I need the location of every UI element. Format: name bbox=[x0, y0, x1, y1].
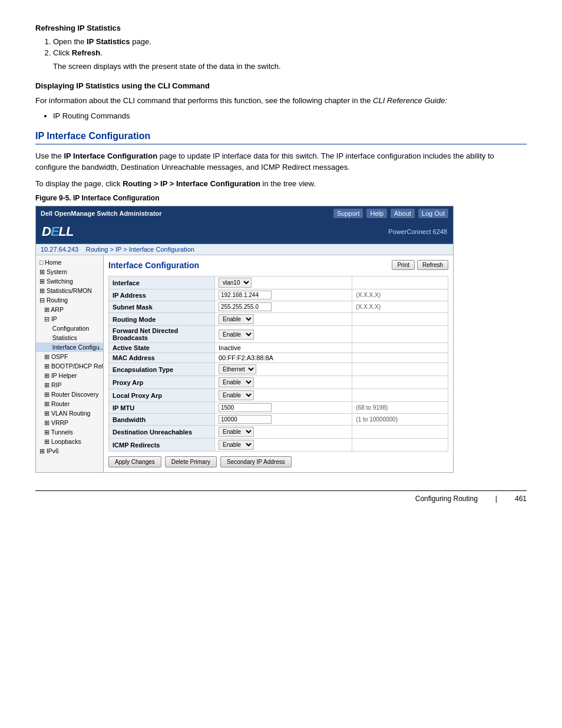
secondary-ip-button[interactable]: Secondary IP Address bbox=[220, 456, 292, 467]
bandwidth-input[interactable] bbox=[219, 415, 272, 424]
step-1: Open the IP Statistics page. bbox=[53, 37, 527, 46]
section1-note: The screen displays with the present sta… bbox=[53, 62, 527, 71]
dest-unreachables-select[interactable]: Enable Disable bbox=[219, 427, 254, 437]
sidebar-item-arp[interactable]: ⊞ ARP bbox=[36, 305, 103, 314]
field-interface: Interface vlan10 bbox=[109, 276, 448, 289]
footer-section: Configuring Routing bbox=[415, 495, 478, 503]
sidebar-item-bootp[interactable]: ⊞ BOOTP/DHCP Rela... bbox=[36, 361, 103, 371]
sidebar-item-vlan-routing[interactable]: ⊞ VLAN Routing bbox=[36, 409, 103, 418]
page-number: 461 bbox=[515, 495, 527, 503]
icmp-redirects-select[interactable]: Enable Disable bbox=[219, 440, 254, 450]
apply-changes-button[interactable]: Apply Changes bbox=[108, 456, 161, 467]
page-footer: Configuring Routing | 461 bbox=[35, 490, 527, 503]
footer-separator: | bbox=[495, 495, 497, 503]
value-dest-unreachables[interactable]: Enable Disable bbox=[215, 426, 352, 439]
sidebar-item-statistics[interactable]: Statistics bbox=[36, 333, 103, 342]
sidebar[interactable]: □ Home ⊞ System ⊞ Switching ⊞ Statistics… bbox=[36, 255, 104, 472]
extra-icmp-redirects bbox=[352, 439, 448, 452]
value-active-state: Inactive bbox=[215, 343, 352, 353]
logout-link[interactable]: Log Out bbox=[418, 209, 448, 218]
sidebar-item-routing[interactable]: ⊟ Routing bbox=[36, 295, 103, 305]
value-bandwidth[interactable] bbox=[215, 414, 352, 426]
sidebar-item-router[interactable]: ⊞ Router bbox=[36, 399, 103, 409]
value-interface[interactable]: vlan10 bbox=[215, 276, 352, 289]
value-ip-mtu[interactable] bbox=[215, 402, 352, 414]
sidebar-item-rip[interactable]: ⊞ RIP bbox=[36, 380, 103, 390]
sidebar-item-switching[interactable]: ⊞ Switching bbox=[36, 276, 103, 286]
value-routing-mode[interactable]: Enable Disable bbox=[215, 313, 352, 326]
section2-bullets: IP Routing Commands bbox=[53, 111, 527, 120]
about-link[interactable]: About bbox=[391, 209, 415, 218]
forward-broadcasts-select[interactable]: Enable Disable bbox=[219, 330, 254, 340]
product-name: PowerConnect 6248 bbox=[388, 228, 447, 235]
extra-subnet-mask: (X.X.X.X) bbox=[352, 301, 448, 313]
extra-mac-address bbox=[352, 353, 448, 363]
brand-bar: DELL PowerConnect 6248 bbox=[36, 220, 453, 244]
sidebar-item-tunnels[interactable]: ⊞ Tunnels bbox=[36, 427, 103, 437]
sidebar-item-stats[interactable]: ⊞ Statistics/RMON bbox=[36, 286, 103, 295]
sidebar-item-router-discovery[interactable]: ⊞ Router Discovery bbox=[36, 390, 103, 399]
extra-routing-mode bbox=[352, 313, 448, 326]
extra-ip-address: (X.X.X.X) bbox=[352, 289, 448, 301]
section3-title: IP Interface Configuration bbox=[35, 131, 527, 144]
value-local-proxy-arp[interactable]: Enable Disable bbox=[215, 389, 352, 402]
value-subnet-mask[interactable] bbox=[215, 301, 352, 313]
label-local-proxy-arp: Local Proxy Arp bbox=[109, 389, 215, 402]
ip-mtu-input[interactable] bbox=[219, 403, 272, 412]
sidebar-item-loopbacks[interactable]: ⊞ Loopbacks bbox=[36, 437, 103, 446]
value-forward-broadcasts[interactable]: Enable Disable bbox=[215, 326, 352, 343]
label-routing-mode: Routing Mode bbox=[109, 313, 215, 326]
section1-steps: Open the IP Statistics page. Click Refre… bbox=[53, 37, 527, 57]
value-encapsulation[interactable]: Ethernet bbox=[215, 363, 352, 376]
field-subnet-mask: Subnet Mask (X.X.X.X) bbox=[109, 301, 448, 313]
bullet-item: IP Routing Commands bbox=[53, 111, 527, 120]
routing-mode-select[interactable]: Enable Disable bbox=[219, 314, 254, 324]
sidebar-item-configuration[interactable]: Configuration bbox=[36, 324, 103, 333]
sidebar-item-vrrp[interactable]: ⊞ VRRP bbox=[36, 418, 103, 427]
sidebar-item-ip-helper[interactable]: ⊞ IP Helper bbox=[36, 371, 103, 380]
section-ip-config: IP Interface Configuration Use the IP In… bbox=[35, 131, 527, 473]
bottom-buttons[interactable]: Apply Changes Delete Primary Secondary I… bbox=[108, 456, 448, 467]
refresh-button[interactable]: Refresh bbox=[417, 260, 448, 270]
step-2: Click Refresh. bbox=[53, 48, 527, 57]
ip-address-input[interactable] bbox=[219, 291, 272, 299]
field-proxy-arp: Proxy Arp Enable Disable bbox=[109, 376, 448, 389]
label-active-state: Active State bbox=[109, 343, 215, 353]
help-link[interactable]: Help bbox=[366, 209, 387, 218]
section3-body1: Use the IP Interface Configuration page … bbox=[35, 150, 527, 173]
value-proxy-arp[interactable]: Enable Disable bbox=[215, 376, 352, 389]
print-button[interactable]: Print bbox=[392, 260, 415, 270]
extra-dest-unreachables bbox=[352, 426, 448, 439]
extra-encapsulation bbox=[352, 363, 448, 376]
breadcrumb: Routing > IP > Interface Configuration bbox=[85, 246, 194, 253]
field-ip-mtu: IP MTU (68 to 9198) bbox=[109, 402, 448, 414]
sidebar-item-interface-config[interactable]: Interface Configu... bbox=[36, 342, 103, 352]
support-link[interactable]: Support bbox=[333, 209, 363, 218]
label-encapsulation: Encapsulation Type bbox=[109, 363, 215, 376]
header-links[interactable]: Support Help About Log Out bbox=[333, 209, 448, 218]
figure-label: Figure 9-5. IP Interface Configuration bbox=[35, 194, 527, 202]
interface-select[interactable]: vlan10 bbox=[219, 278, 252, 288]
sidebar-item-home[interactable]: □ Home bbox=[36, 258, 103, 267]
extra-forward-broadcasts bbox=[352, 326, 448, 343]
sidebar-item-system[interactable]: ⊞ System bbox=[36, 267, 103, 276]
sidebar-item-ip[interactable]: ⊟ IP bbox=[36, 314, 103, 324]
sidebar-item-ipv6[interactable]: ⊞ IPv6 bbox=[36, 446, 103, 456]
section-cli: Displaying IP Statistics using the CLI C… bbox=[35, 81, 527, 120]
section2-heading: Displaying IP Statistics using the CLI C… bbox=[35, 81, 527, 90]
value-icmp-redirects[interactable]: Enable Disable bbox=[215, 439, 352, 452]
label-forward-broadcasts: Forward Net Directed Broadcasts bbox=[109, 326, 215, 343]
field-encapsulation: Encapsulation Type Ethernet bbox=[109, 363, 448, 376]
label-ip-address: IP Address bbox=[109, 289, 215, 301]
proxy-arp-select[interactable]: Enable Disable bbox=[219, 377, 254, 387]
value-ip-address[interactable] bbox=[215, 289, 352, 301]
ip-address-nav: 10.27.64.243 bbox=[41, 246, 78, 253]
local-proxy-arp-select[interactable]: Enable Disable bbox=[219, 390, 254, 400]
field-active-state: Active State Inactive bbox=[109, 343, 448, 353]
action-buttons[interactable]: Print Refresh bbox=[392, 260, 448, 270]
encapsulation-select[interactable]: Ethernet bbox=[219, 364, 256, 374]
admin-title: Dell OpenManage Switch Administrator bbox=[41, 210, 162, 217]
subnet-mask-input[interactable] bbox=[219, 302, 272, 311]
delete-primary-button[interactable]: Delete Primary bbox=[165, 456, 217, 467]
sidebar-item-ospf[interactable]: ⊞ OSPF bbox=[36, 352, 103, 361]
